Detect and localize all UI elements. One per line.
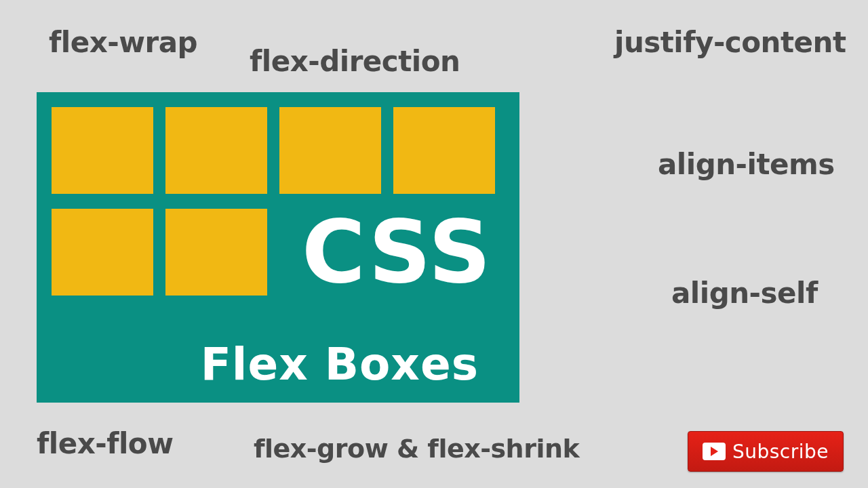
subscribe-button[interactable]: Subscribe: [688, 431, 844, 472]
label-flex-grow-shrink: flex-grow & flex-shrink: [254, 434, 579, 464]
css-title-wrap: CSS: [279, 209, 505, 296]
flex-item-box: [165, 107, 267, 194]
flex-row-2: CSS: [52, 209, 505, 296]
flex-item-box: [279, 107, 381, 194]
css-title-big: CSS: [302, 209, 492, 296]
label-align-items: align-items: [658, 148, 835, 181]
label-align-self: align-self: [671, 277, 818, 310]
label-justify-content: justify-content: [614, 26, 846, 59]
flex-item-box: [393, 107, 495, 194]
flex-row-1: [52, 107, 505, 194]
label-flex-flow: flex-flow: [37, 427, 174, 460]
subscribe-label: Subscribe: [732, 441, 829, 463]
label-flex-direction: flex-direction: [250, 45, 460, 78]
label-flex-wrap: flex-wrap: [49, 26, 197, 59]
flex-item-box: [165, 209, 267, 296]
flex-boxes-subtitle: Flex Boxes: [201, 338, 479, 390]
youtube-play-icon: [703, 443, 726, 460]
flexbox-illustration-card: CSS Flex Boxes: [37, 92, 519, 403]
flex-item-box: [52, 209, 153, 296]
flex-item-box: [52, 107, 153, 194]
play-triangle-icon: [711, 447, 718, 456]
